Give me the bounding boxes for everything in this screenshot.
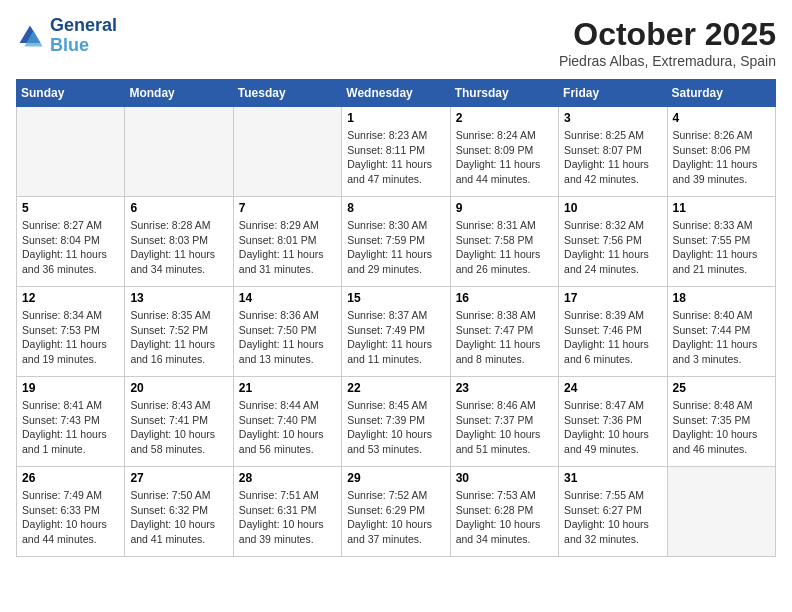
week-row-3: 12Sunrise: 8:34 AM Sunset: 7:53 PM Dayli… — [17, 287, 776, 377]
calendar-cell: 25Sunrise: 8:48 AM Sunset: 7:35 PM Dayli… — [667, 377, 775, 467]
calendar-cell: 21Sunrise: 8:44 AM Sunset: 7:40 PM Dayli… — [233, 377, 341, 467]
calendar-cell: 9Sunrise: 8:31 AM Sunset: 7:58 PM Daylig… — [450, 197, 558, 287]
day-info: Sunrise: 7:53 AM Sunset: 6:28 PM Dayligh… — [456, 488, 553, 547]
day-info: Sunrise: 8:24 AM Sunset: 8:09 PM Dayligh… — [456, 128, 553, 187]
calendar-cell: 24Sunrise: 8:47 AM Sunset: 7:36 PM Dayli… — [559, 377, 667, 467]
logo-text: General Blue — [50, 16, 117, 56]
calendar-cell: 5Sunrise: 8:27 AM Sunset: 8:04 PM Daylig… — [17, 197, 125, 287]
day-info: Sunrise: 8:36 AM Sunset: 7:50 PM Dayligh… — [239, 308, 336, 367]
week-row-5: 26Sunrise: 7:49 AM Sunset: 6:33 PM Dayli… — [17, 467, 776, 557]
day-number: 18 — [673, 291, 770, 305]
day-number: 7 — [239, 201, 336, 215]
calendar-cell: 29Sunrise: 7:52 AM Sunset: 6:29 PM Dayli… — [342, 467, 450, 557]
calendar-cell: 26Sunrise: 7:49 AM Sunset: 6:33 PM Dayli… — [17, 467, 125, 557]
day-number: 27 — [130, 471, 227, 485]
week-row-4: 19Sunrise: 8:41 AM Sunset: 7:43 PM Dayli… — [17, 377, 776, 467]
day-info: Sunrise: 8:48 AM Sunset: 7:35 PM Dayligh… — [673, 398, 770, 457]
weekday-header-friday: Friday — [559, 80, 667, 107]
day-info: Sunrise: 8:40 AM Sunset: 7:44 PM Dayligh… — [673, 308, 770, 367]
calendar-cell — [125, 107, 233, 197]
week-row-1: 1Sunrise: 8:23 AM Sunset: 8:11 PM Daylig… — [17, 107, 776, 197]
day-number: 26 — [22, 471, 119, 485]
day-info: Sunrise: 8:34 AM Sunset: 7:53 PM Dayligh… — [22, 308, 119, 367]
calendar-cell: 16Sunrise: 8:38 AM Sunset: 7:47 PM Dayli… — [450, 287, 558, 377]
day-number: 23 — [456, 381, 553, 395]
calendar-cell: 28Sunrise: 7:51 AM Sunset: 6:31 PM Dayli… — [233, 467, 341, 557]
day-info: Sunrise: 7:55 AM Sunset: 6:27 PM Dayligh… — [564, 488, 661, 547]
calendar-cell: 14Sunrise: 8:36 AM Sunset: 7:50 PM Dayli… — [233, 287, 341, 377]
calendar-cell — [17, 107, 125, 197]
day-info: Sunrise: 8:33 AM Sunset: 7:55 PM Dayligh… — [673, 218, 770, 277]
calendar-cell: 6Sunrise: 8:28 AM Sunset: 8:03 PM Daylig… — [125, 197, 233, 287]
calendar-table: SundayMondayTuesdayWednesdayThursdayFrid… — [16, 79, 776, 557]
day-number: 2 — [456, 111, 553, 125]
calendar-cell: 23Sunrise: 8:46 AM Sunset: 7:37 PM Dayli… — [450, 377, 558, 467]
day-number: 20 — [130, 381, 227, 395]
day-info: Sunrise: 7:52 AM Sunset: 6:29 PM Dayligh… — [347, 488, 444, 547]
calendar-cell — [667, 467, 775, 557]
day-info: Sunrise: 8:43 AM Sunset: 7:41 PM Dayligh… — [130, 398, 227, 457]
calendar-cell: 31Sunrise: 7:55 AM Sunset: 6:27 PM Dayli… — [559, 467, 667, 557]
day-number: 3 — [564, 111, 661, 125]
weekday-header-saturday: Saturday — [667, 80, 775, 107]
day-number: 8 — [347, 201, 444, 215]
day-info: Sunrise: 8:26 AM Sunset: 8:06 PM Dayligh… — [673, 128, 770, 187]
calendar-cell: 1Sunrise: 8:23 AM Sunset: 8:11 PM Daylig… — [342, 107, 450, 197]
calendar-cell: 10Sunrise: 8:32 AM Sunset: 7:56 PM Dayli… — [559, 197, 667, 287]
day-info: Sunrise: 8:37 AM Sunset: 7:49 PM Dayligh… — [347, 308, 444, 367]
day-info: Sunrise: 8:29 AM Sunset: 8:01 PM Dayligh… — [239, 218, 336, 277]
calendar-cell: 18Sunrise: 8:40 AM Sunset: 7:44 PM Dayli… — [667, 287, 775, 377]
calendar-cell: 20Sunrise: 8:43 AM Sunset: 7:41 PM Dayli… — [125, 377, 233, 467]
logo-line1: General — [50, 16, 117, 36]
calendar-cell: 11Sunrise: 8:33 AM Sunset: 7:55 PM Dayli… — [667, 197, 775, 287]
day-info: Sunrise: 7:51 AM Sunset: 6:31 PM Dayligh… — [239, 488, 336, 547]
day-number: 16 — [456, 291, 553, 305]
calendar-cell: 13Sunrise: 8:35 AM Sunset: 7:52 PM Dayli… — [125, 287, 233, 377]
weekday-header-wednesday: Wednesday — [342, 80, 450, 107]
day-number: 6 — [130, 201, 227, 215]
day-number: 30 — [456, 471, 553, 485]
day-number: 31 — [564, 471, 661, 485]
day-info: Sunrise: 8:38 AM Sunset: 7:47 PM Dayligh… — [456, 308, 553, 367]
day-number: 24 — [564, 381, 661, 395]
calendar-cell: 27Sunrise: 7:50 AM Sunset: 6:32 PM Dayli… — [125, 467, 233, 557]
day-number: 11 — [673, 201, 770, 215]
weekday-header-sunday: Sunday — [17, 80, 125, 107]
weekday-header-thursday: Thursday — [450, 80, 558, 107]
day-info: Sunrise: 8:30 AM Sunset: 7:59 PM Dayligh… — [347, 218, 444, 277]
weekday-header-row: SundayMondayTuesdayWednesdayThursdayFrid… — [17, 80, 776, 107]
day-info: Sunrise: 8:23 AM Sunset: 8:11 PM Dayligh… — [347, 128, 444, 187]
weekday-header-monday: Monday — [125, 80, 233, 107]
day-info: Sunrise: 7:50 AM Sunset: 6:32 PM Dayligh… — [130, 488, 227, 547]
calendar-cell: 4Sunrise: 8:26 AM Sunset: 8:06 PM Daylig… — [667, 107, 775, 197]
page-header: General Blue October 2025 Piedras Albas,… — [16, 16, 776, 69]
day-number: 13 — [130, 291, 227, 305]
day-info: Sunrise: 8:35 AM Sunset: 7:52 PM Dayligh… — [130, 308, 227, 367]
day-number: 12 — [22, 291, 119, 305]
day-number: 17 — [564, 291, 661, 305]
day-number: 9 — [456, 201, 553, 215]
logo: General Blue — [16, 16, 117, 56]
location: Piedras Albas, Extremadura, Spain — [559, 53, 776, 69]
day-info: Sunrise: 8:39 AM Sunset: 7:46 PM Dayligh… — [564, 308, 661, 367]
calendar-cell: 15Sunrise: 8:37 AM Sunset: 7:49 PM Dayli… — [342, 287, 450, 377]
day-number: 15 — [347, 291, 444, 305]
day-info: Sunrise: 8:46 AM Sunset: 7:37 PM Dayligh… — [456, 398, 553, 457]
calendar-cell: 12Sunrise: 8:34 AM Sunset: 7:53 PM Dayli… — [17, 287, 125, 377]
day-info: Sunrise: 8:44 AM Sunset: 7:40 PM Dayligh… — [239, 398, 336, 457]
day-info: Sunrise: 8:28 AM Sunset: 8:03 PM Dayligh… — [130, 218, 227, 277]
day-info: Sunrise: 8:41 AM Sunset: 7:43 PM Dayligh… — [22, 398, 119, 457]
weekday-header-tuesday: Tuesday — [233, 80, 341, 107]
day-number: 1 — [347, 111, 444, 125]
day-number: 29 — [347, 471, 444, 485]
day-number: 4 — [673, 111, 770, 125]
day-info: Sunrise: 8:32 AM Sunset: 7:56 PM Dayligh… — [564, 218, 661, 277]
calendar-cell: 2Sunrise: 8:24 AM Sunset: 8:09 PM Daylig… — [450, 107, 558, 197]
day-number: 21 — [239, 381, 336, 395]
day-info: Sunrise: 8:47 AM Sunset: 7:36 PM Dayligh… — [564, 398, 661, 457]
day-info: Sunrise: 8:45 AM Sunset: 7:39 PM Dayligh… — [347, 398, 444, 457]
day-number: 5 — [22, 201, 119, 215]
logo-icon — [16, 22, 44, 50]
calendar-cell: 8Sunrise: 8:30 AM Sunset: 7:59 PM Daylig… — [342, 197, 450, 287]
calendar-cell: 3Sunrise: 8:25 AM Sunset: 8:07 PM Daylig… — [559, 107, 667, 197]
